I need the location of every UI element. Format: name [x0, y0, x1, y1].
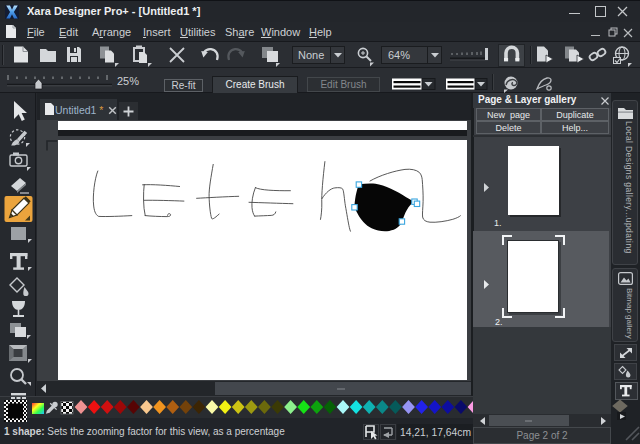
svg-text:14,21, 17,64cm: 14,21, 17,64cm	[400, 427, 471, 438]
svg-text:25%: 25%	[117, 75, 139, 87]
svg-text:None: None	[298, 49, 324, 61]
svg-text:64%: 64%	[388, 49, 410, 61]
